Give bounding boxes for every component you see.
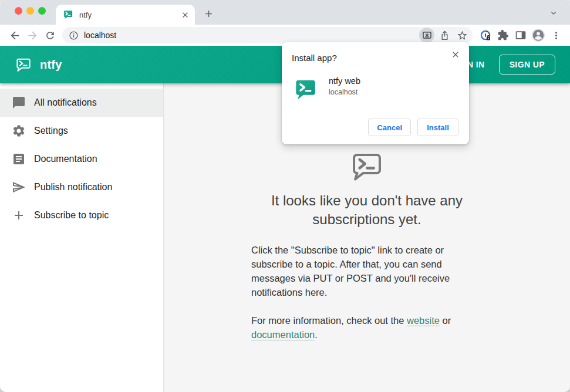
empty-state-text: Click the "Subscribe to topic" link to c… bbox=[251, 243, 483, 342]
brand-name: ntfy bbox=[40, 58, 62, 72]
side-panel-icon[interactable] bbox=[512, 27, 529, 43]
dialog-close-icon[interactable] bbox=[448, 48, 463, 62]
tab-close-icon[interactable] bbox=[180, 9, 190, 20]
sidebar: All notifications Settings Documentation… bbox=[0, 83, 164, 392]
sidebar-item-label: Subscribe to topic bbox=[34, 210, 109, 221]
empty-state-heading: It looks like you don't have any subscri… bbox=[229, 191, 505, 229]
browser-window: ntfy bbox=[0, 0, 570, 392]
sidebar-item-label: Documentation bbox=[34, 154, 97, 164]
dialog-title: Install app? bbox=[292, 53, 337, 63]
chat-bubble-icon bbox=[12, 96, 26, 110]
forward-button[interactable] bbox=[23, 26, 41, 44]
new-tab-button[interactable] bbox=[201, 6, 216, 21]
install-app-icon[interactable] bbox=[419, 28, 434, 43]
documentation-link[interactable]: documentation bbox=[251, 329, 315, 340]
browser-menu-kebab-icon[interactable] bbox=[548, 27, 564, 43]
ntfy-app-icon bbox=[294, 77, 318, 102]
empty-state-paragraph-2: For more information, check out the webs… bbox=[251, 313, 483, 342]
gear-icon bbox=[12, 124, 26, 138]
dialog-actions: Cancel Install bbox=[368, 119, 458, 136]
browser-tab-ntfy[interactable]: ntfy bbox=[56, 5, 195, 25]
sidebar-item-subscribe-to-topic[interactable]: Subscribe to topic bbox=[0, 201, 163, 229]
tab-title: ntfy bbox=[79, 11, 180, 19]
tab-strip: ntfy bbox=[0, 0, 570, 25]
send-icon bbox=[12, 180, 26, 194]
website-link[interactable]: website bbox=[407, 315, 440, 326]
plus-icon bbox=[12, 208, 26, 222]
share-icon[interactable] bbox=[437, 28, 452, 43]
url-text: localhost bbox=[84, 31, 116, 40]
sidebar-item-label: All notifications bbox=[34, 97, 97, 108]
extensions-puzzle-icon[interactable] bbox=[495, 27, 511, 43]
sidebar-item-label: Publish notification bbox=[34, 182, 112, 192]
refresh-button[interactable] bbox=[41, 26, 59, 44]
sidebar-item-settings[interactable]: Settings bbox=[0, 117, 163, 145]
dialog-app-name: ntfy web bbox=[329, 76, 360, 86]
ntfy-favicon-icon bbox=[63, 9, 73, 20]
sign-up-button[interactable]: SIGN UP bbox=[499, 55, 555, 75]
address-bar[interactable]: localhost bbox=[62, 27, 473, 43]
ntfy-terminal-bubble-icon bbox=[349, 148, 385, 184]
profile-avatar[interactable] bbox=[530, 27, 547, 43]
cancel-button[interactable]: Cancel bbox=[368, 119, 411, 136]
window-controls bbox=[15, 7, 46, 15]
ntfy-logo-icon bbox=[15, 56, 32, 73]
install-button[interactable]: Install bbox=[417, 119, 458, 136]
bookmark-star-icon[interactable] bbox=[454, 28, 470, 43]
back-button[interactable] bbox=[6, 26, 23, 44]
empty-state-paragraph-1: Click the "Subscribe to topic" link to c… bbox=[251, 243, 483, 299]
zoom-window-button[interactable] bbox=[38, 7, 46, 15]
sidebar-item-documentation[interactable]: Documentation bbox=[0, 145, 163, 173]
password-manager-extension-icon[interactable] bbox=[477, 27, 494, 43]
minimize-window-button[interactable] bbox=[26, 7, 34, 15]
page-info-icon[interactable] bbox=[69, 31, 79, 40]
sidebar-item-publish-notification[interactable]: Publish notification bbox=[0, 173, 163, 201]
article-icon bbox=[12, 152, 26, 166]
sidebar-item-all-notifications[interactable]: All notifications bbox=[0, 89, 163, 117]
close-window-button[interactable] bbox=[15, 7, 22, 15]
install-app-dialog: Install app? ntfy web localhost Cancel I… bbox=[282, 42, 469, 144]
sidebar-item-label: Settings bbox=[34, 126, 68, 136]
tab-search-chevron-icon[interactable] bbox=[547, 6, 561, 20]
dialog-app-origin: localhost bbox=[329, 88, 357, 96]
